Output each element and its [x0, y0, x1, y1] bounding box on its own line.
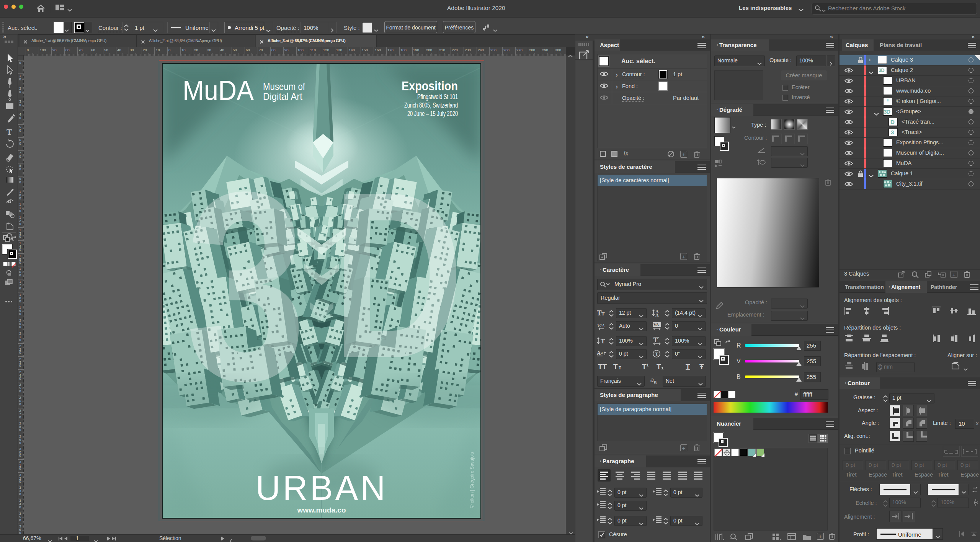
svg-text:A: A	[597, 350, 601, 356]
svg-text:T: T	[655, 351, 658, 357]
svg-text:URBAN: URBAN	[255, 469, 387, 507]
svg-text:T: T	[601, 311, 605, 317]
svg-text:VA: VA	[653, 322, 659, 327]
svg-text:20 June – 15 July 2020: 20 June – 15 July 2020	[407, 109, 458, 118]
svg-text:T: T	[7, 127, 12, 137]
svg-text:Zurich 8005, Switzerland: Zurich 8005, Switzerland	[404, 101, 458, 109]
svg-text:A: A	[655, 312, 659, 317]
svg-text:Digital Art: Digital Art	[263, 91, 302, 102]
svg-text:Museum of: Museum of	[263, 81, 305, 92]
svg-text:MuDA: MuDA	[183, 75, 254, 106]
svg-text:3: 3	[185, 136, 307, 436]
svg-text:D: D	[332, 142, 464, 407]
svg-text:www.muda.co: www.muda.co	[297, 506, 346, 514]
svg-text:V/A: V/A	[597, 323, 605, 328]
svg-text:© eikon | Grégoire Savajols: © eikon | Grégoire Savajols	[469, 452, 475, 508]
svg-text:Exposition: Exposition	[402, 78, 458, 93]
svg-text:T: T	[653, 336, 658, 344]
svg-text:a: a	[601, 350, 603, 354]
svg-text:T: T	[601, 338, 605, 345]
svg-text:Pfingstweid St 101: Pfingstweid St 101	[417, 93, 458, 101]
